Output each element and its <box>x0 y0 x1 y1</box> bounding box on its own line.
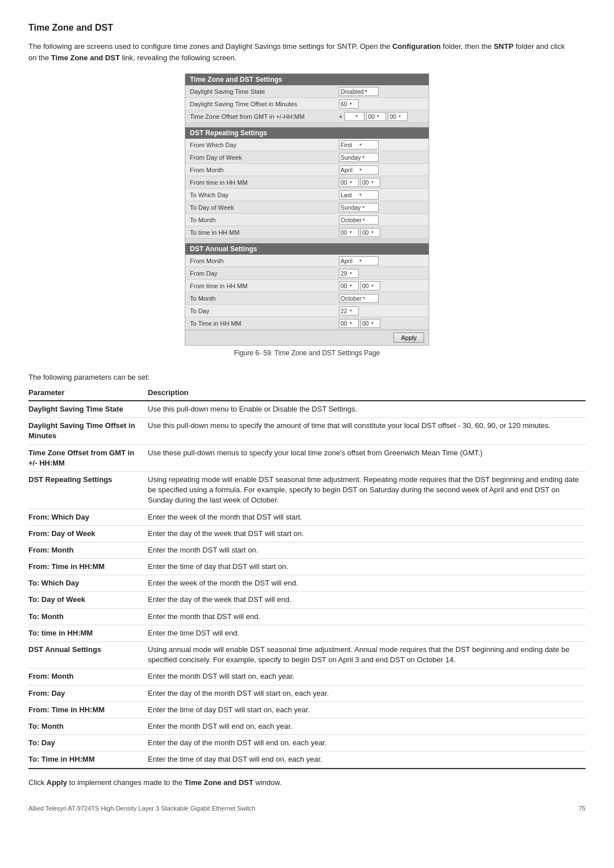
chevron-down-icon: ▾ <box>371 283 379 288</box>
chevron-down-icon: ▾ <box>350 271 358 276</box>
dst-state-select[interactable]: Disabled ▾ <box>339 87 379 96</box>
param-desc: Enter the month that DST will end. <box>148 608 586 625</box>
annual-to-mm-select[interactable]: 00 ▾ <box>360 319 380 328</box>
table-row: From: Time in HH:MMEnter the time of day… <box>28 559 586 575</box>
chevron-down-icon: ▾ <box>359 192 377 197</box>
timezone-offset-label: Time Zone Offset from GMT in +/-HH:MM <box>190 113 339 120</box>
chevron-down-icon: ▾ <box>359 142 377 147</box>
chevron-down-icon: ▾ <box>359 258 377 263</box>
annual-from-month-select[interactable]: April ▾ <box>339 256 379 265</box>
dst-state-value[interactable]: Disabled ▾ <box>339 87 424 96</box>
table-header-row: Parameter Description <box>28 386 586 401</box>
to-which-day-row: To Which Day Last ▾ <box>185 189 429 201</box>
param-desc: Enter the time of day that DST will end … <box>148 751 586 769</box>
param-desc: Enter the day of the week that DST will … <box>148 592 586 608</box>
settings-panel-title: Time Zone and DST Settings <box>185 74 429 85</box>
param-desc: Using annual mode will enable DST season… <box>148 642 586 668</box>
to-month-select[interactable]: October ▾ <box>339 215 379 225</box>
chevron-down-icon: ▾ <box>359 167 377 172</box>
timezone-hh-select[interactable]: 00 ▾ <box>366 112 386 121</box>
param-name: From: Which Day <box>28 509 148 525</box>
from-day-of-week-select[interactable]: Sunday ▾ <box>339 153 379 162</box>
from-which-day-select[interactable]: First ▾ <box>339 140 379 149</box>
param-intro: The following parameters can be set: <box>28 373 586 381</box>
chevron-down-icon: ▾ <box>350 230 358 235</box>
chevron-down-icon: ▾ <box>350 101 358 106</box>
from-time-hh-select[interactable]: 00 ▾ <box>339 178 359 187</box>
footer-company: Allied Telesyn AT-9724TS High-Density La… <box>28 805 255 812</box>
chevron-down-icon: ▾ <box>363 296 377 301</box>
to-month-row: To Month October ▾ <box>185 214 429 226</box>
apply-button[interactable]: Apply <box>393 333 424 343</box>
annual-to-hh-select[interactable]: 00 ▾ <box>339 319 359 328</box>
param-name: Time Zone Offset from GMT in +/- HH:MM <box>28 445 148 471</box>
param-name: To: Time in HH:MM <box>28 751 148 769</box>
annual-from-day-row: From Day 29 ▾ <box>185 267 429 280</box>
chevron-down-icon: ▾ <box>365 89 377 94</box>
param-desc: Use this pull-down menu to specify the a… <box>148 418 586 445</box>
annual-to-day-select[interactable]: 22 ▾ <box>339 306 359 315</box>
from-month-select[interactable]: April ▾ <box>339 165 379 175</box>
footer-page-number: 75 <box>579 805 586 812</box>
dst-offset-value[interactable]: 60 ▾ <box>339 99 424 109</box>
panel-gap-1 <box>185 123 429 127</box>
timezone-sign-select[interactable]: ▾ <box>345 112 364 121</box>
param-desc: Enter the month DST will end on, each ye… <box>148 718 586 734</box>
to-time-hh-select[interactable]: 00 ▾ <box>339 228 359 237</box>
table-row: DST Repeating SettingsUsing repeating mo… <box>28 471 586 509</box>
chevron-down-icon: ▾ <box>371 321 379 326</box>
dst-offset-row: Daylight Saving Time Offset in Minutes 6… <box>185 98 429 110</box>
table-row: Daylight Saving Time Offset in MinutesUs… <box>28 418 586 445</box>
dst-annual-title: DST Annual Settings <box>185 243 429 255</box>
from-time-mm-select[interactable]: 00 ▾ <box>360 178 380 187</box>
to-day-of-week-row: To Day of Week Sunday ▾ <box>185 201 429 214</box>
annual-to-month-select[interactable]: October ▾ <box>339 294 379 303</box>
timezone-offset-row: Time Zone Offset from GMT in +/-HH:MM + … <box>185 110 429 123</box>
from-time-hhmm-row: From time in HH MM 00 ▾ 00 ▾ <box>185 176 429 189</box>
param-name: From: Day of Week <box>28 525 148 542</box>
annual-from-mm-select[interactable]: 00 ▾ <box>360 281 380 290</box>
param-name: From: Month <box>28 542 148 558</box>
param-desc: Enter the month DST will start on. <box>148 542 586 558</box>
chevron-down-icon: ▾ <box>350 308 358 313</box>
chevron-down-icon: ▾ <box>350 321 358 326</box>
table-row: DST Annual SettingsUsing annual mode wil… <box>28 642 586 668</box>
table-row: To: DayEnter the day of the month DST wi… <box>28 735 586 751</box>
to-time-mm-select[interactable]: 00 ▾ <box>360 228 380 237</box>
annual-from-time-row: From time in HH MM 00 ▾ 00 ▾ <box>185 280 429 292</box>
annual-to-day-row: To Day 22 ▾ <box>185 305 429 317</box>
table-row: From: MonthEnter the month DST will star… <box>28 542 586 558</box>
apply-row: Apply <box>185 330 429 345</box>
timezone-mm-select[interactable]: 00 ▾ <box>388 112 408 121</box>
table-row: Daylight Saving Time StateUse this pull-… <box>28 401 586 418</box>
col-parameter: Parameter <box>28 386 148 401</box>
param-name: To: time in HH:MM <box>28 625 148 641</box>
param-desc: Enter the month DST will start on, each … <box>148 668 586 685</box>
table-row: From: DayEnter the day of the month DST … <box>28 685 586 701</box>
annual-to-month-row: To Month October ▾ <box>185 292 429 305</box>
settings-panel: Time Zone and DST Settings Daylight Savi… <box>185 73 429 346</box>
chevron-down-icon: ▾ <box>362 205 377 210</box>
panel-gap-2 <box>185 239 429 243</box>
table-row: From: MonthEnter the month DST will star… <box>28 668 586 685</box>
table-row: Time Zone Offset from GMT in +/- HH:MMUs… <box>28 445 586 471</box>
param-desc: Use these pull-down menus to specify you… <box>148 445 586 471</box>
param-name: DST Annual Settings <box>28 642 148 668</box>
annual-from-day-select[interactable]: 29 ▾ <box>339 269 359 278</box>
intro-paragraph: The following are screens used to config… <box>28 41 574 63</box>
chevron-down-icon: ▾ <box>363 217 377 222</box>
dst-state-row: Daylight Saving Time State Disabled ▾ <box>185 85 429 98</box>
annual-from-hh-select[interactable]: 00 ▾ <box>339 281 359 290</box>
param-name: To: Month <box>28 718 148 734</box>
chevron-down-icon: ▾ <box>355 114 363 119</box>
annual-to-time-row: To Time in HH MM 00 ▾ 00 ▾ <box>185 317 429 330</box>
figure-caption: Figure 6- 59. Time Zone and DST Settings… <box>234 349 380 357</box>
param-desc: Enter the day of the month DST will end … <box>148 735 586 751</box>
chevron-down-icon: ▾ <box>350 180 358 185</box>
chevron-down-icon: ▾ <box>371 180 379 185</box>
to-which-day-select[interactable]: Last ▾ <box>339 190 379 200</box>
chevron-down-icon: ▾ <box>362 155 377 160</box>
timezone-offset-value[interactable]: + ▾ 00 ▾ 00 ▾ <box>339 112 424 121</box>
dst-offset-select[interactable]: 60 ▾ <box>339 99 359 109</box>
to-day-of-week-select[interactable]: Sunday ▾ <box>339 203 379 212</box>
